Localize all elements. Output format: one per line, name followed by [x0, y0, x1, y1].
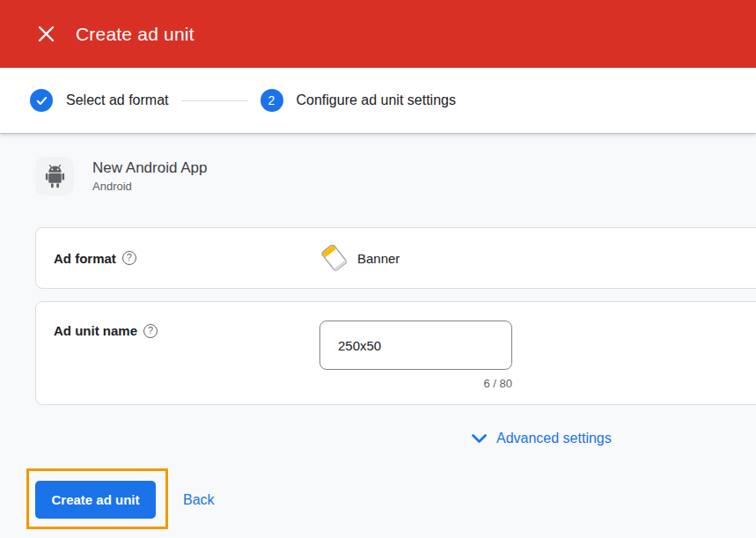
- create-ad-unit-button[interactable]: Create ad unit: [35, 481, 156, 519]
- advanced-settings-toggle[interactable]: Advanced settings: [472, 431, 612, 446]
- stepper: Select ad format 2 Configure ad unit set…: [0, 68, 756, 134]
- advanced-settings-label: Advanced settings: [496, 431, 612, 446]
- app-info: New Android App Android: [35, 157, 207, 195]
- ad-format-card: Ad format ? Banner: [35, 227, 756, 289]
- android-robot-icon: [44, 165, 66, 188]
- close-button[interactable]: [33, 22, 58, 47]
- ad-format-label-col: Ad format ?: [36, 251, 319, 266]
- character-counter: 6 / 80: [319, 377, 512, 390]
- chevron-down-icon: [472, 434, 487, 444]
- step1-completed-indicator: [30, 89, 53, 112]
- create-ad-unit-dialog: Create ad unit Select ad format 2 Config…: [0, 0, 756, 538]
- step2-number-indicator: 2: [261, 89, 283, 112]
- step-select-ad-format[interactable]: Select ad format: [30, 89, 169, 112]
- ad-unit-name-input[interactable]: [319, 321, 512, 370]
- app-icon-container: [35, 157, 74, 195]
- step1-label: Select ad format: [66, 92, 169, 108]
- ad-unit-name-input-col: 6 / 80: [319, 302, 512, 390]
- ad-unit-name-label-col: Ad unit name ?: [36, 302, 319, 338]
- dialog-header: Create ad unit: [0, 0, 756, 68]
- ad-unit-name-label: Ad unit name: [54, 323, 137, 338]
- app-name: New Android App: [92, 159, 207, 177]
- ad-format-help-icon[interactable]: ?: [122, 251, 136, 265]
- ad-format-value-text: Banner: [357, 251, 400, 266]
- banner-format-icon: [319, 245, 349, 271]
- app-text-block: New Android App Android: [92, 159, 207, 193]
- ad-format-value: Banner: [319, 245, 400, 271]
- close-icon: [38, 26, 55, 42]
- app-platform: Android: [92, 180, 207, 193]
- step2-label: Configure ad unit settings: [297, 92, 456, 108]
- back-link[interactable]: Back: [183, 490, 215, 511]
- ad-unit-name-help-icon[interactable]: ?: [143, 324, 158, 338]
- dialog-title: Create ad unit: [76, 24, 195, 45]
- ad-format-label: Ad format: [54, 251, 116, 266]
- step-configure-ad-unit-settings[interactable]: 2 Configure ad unit settings: [261, 89, 456, 112]
- checkmark-icon: [35, 94, 48, 107]
- ad-unit-name-card: Ad unit name ? 6 / 80: [35, 301, 756, 405]
- step2-number: 2: [268, 93, 275, 107]
- stepper-connector: [181, 100, 248, 101]
